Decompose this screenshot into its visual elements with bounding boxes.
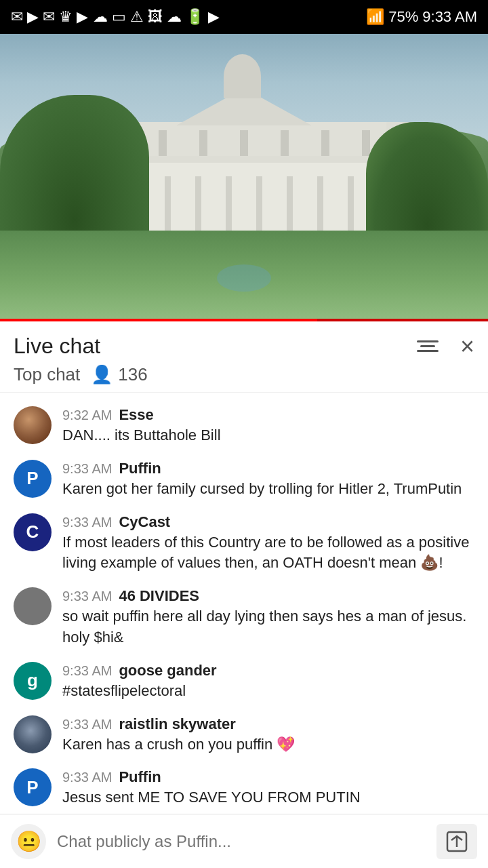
- message-text-6: Karen has a crush on you puffin 💖: [62, 734, 474, 755]
- message-author-4: 46 DIVIDES: [119, 587, 199, 605]
- fountain: [217, 264, 271, 292]
- send-button[interactable]: [436, 824, 477, 859]
- chat-message-6: 9:33 AM raistlin skywater Karen has a cr…: [0, 709, 488, 762]
- filter-line-1: [417, 340, 439, 342]
- chat-header: Live chat × Top chat 👤 136: [0, 321, 488, 393]
- message-text-5: #statesflipelectoral: [62, 681, 474, 702]
- chat-message-7: P 9:33 AM Puffin Jesus sent ME TO SAVE Y…: [0, 762, 488, 815]
- message-text-3: If most leaders of this Country are to b…: [62, 532, 474, 574]
- chat-message-4: 9:33 AM 46 DIVIDES so wait puffin here a…: [0, 580, 488, 655]
- message-meta-1: 9:32 AM Esse: [62, 406, 474, 424]
- message-content-5: 9:33 AM goose gander #statesflipelectora…: [62, 662, 474, 702]
- message-meta-3: 9:33 AM CyCast: [62, 513, 474, 531]
- avatar-puffin-1: P: [14, 460, 52, 498]
- message-text-2: Karen got her family cursed by trolling …: [62, 479, 474, 500]
- message-content-2: 9:33 AM Puffin Karen got her family curs…: [62, 460, 474, 500]
- message-text-7: Jesus sent ME TO SAVE YOU FROM PUTIN: [62, 787, 474, 808]
- message-time-6: 9:33 AM: [62, 717, 112, 732]
- chat-message-3: C 9:33 AM CyCast If most leaders of this…: [0, 507, 488, 581]
- message-author-7: Puffin: [119, 768, 161, 786]
- video-progress-bar[interactable]: [0, 319, 488, 321]
- filter-line-3: [417, 350, 439, 352]
- chat-text-input[interactable]: [57, 832, 426, 851]
- chat-input-bar: 😐: [0, 814, 488, 868]
- progress-fill: [0, 319, 317, 321]
- message-meta-4: 9:33 AM 46 DIVIDES: [62, 587, 474, 605]
- message-text-4: so wait puffin here all day lying then s…: [62, 606, 474, 648]
- avatar-goose: g: [14, 662, 52, 700]
- message-author-6: raistlin skywater: [119, 715, 235, 733]
- viewer-icon: 👤: [91, 364, 113, 385]
- viewer-count-container: 👤 136: [91, 364, 147, 385]
- avatar-raistlin: [14, 715, 52, 753]
- emoji-button[interactable]: 😐: [11, 824, 46, 859]
- video-thumbnail: [0, 34, 488, 319]
- message-content-4: 9:33 AM 46 DIVIDES so wait puffin here a…: [62, 587, 474, 648]
- message-meta-5: 9:33 AM goose gander: [62, 662, 474, 679]
- message-content-1: 9:32 AM Esse DAN.... its Buttahole Bill: [62, 406, 474, 446]
- message-content-7: 9:33 AM Puffin Jesus sent ME TO SAVE YOU…: [62, 768, 474, 808]
- chat-sub-header: Top chat 👤 136: [14, 364, 474, 385]
- avatar-puffin-2: P: [14, 768, 52, 806]
- avatar-esse: [14, 406, 52, 444]
- clock: 9:33 AM: [422, 8, 477, 26]
- message-meta-6: 9:33 AM raistlin skywater: [62, 715, 474, 733]
- wifi-icon: 📶: [366, 8, 384, 26]
- message-time-3: 9:33 AM: [62, 515, 112, 530]
- chat-messages-list: 9:32 AM Esse DAN.... its Buttahole Bill …: [0, 393, 488, 868]
- message-time-5: 9:33 AM: [62, 663, 112, 679]
- chat-message-5: g 9:33 AM goose gander #statesflipelecto…: [0, 655, 488, 709]
- emoji-icon: 😐: [16, 829, 41, 853]
- message-meta-7: 9:33 AM Puffin: [62, 768, 474, 786]
- message-author-5: goose gander: [119, 662, 216, 679]
- message-content-6: 9:33 AM raistlin skywater Karen has a cr…: [62, 715, 474, 755]
- live-chat-title: Live chat: [14, 334, 100, 359]
- status-bar-left: ✉ ▶ ✉ ♛ ▶ ☁ ▭ ⚠ 🖼 ☁ 🔋 ▶: [11, 8, 220, 26]
- chat-message-1: 9:32 AM Esse DAN.... its Buttahole Bill: [0, 399, 488, 453]
- message-time-7: 9:33 AM: [62, 770, 112, 785]
- message-meta-2: 9:33 AM Puffin: [62, 460, 474, 477]
- viewer-count-number: 136: [118, 364, 147, 385]
- message-time-4: 9:33 AM: [62, 589, 112, 604]
- chat-header-top: Live chat ×: [14, 334, 474, 359]
- wh-dome: [224, 54, 261, 98]
- message-time-2: 9:33 AM: [62, 461, 112, 477]
- chat-message-2: P 9:33 AM Puffin Karen got her family cu…: [0, 453, 488, 507]
- send-icon: [446, 831, 468, 852]
- battery-level: 75%: [388, 8, 418, 26]
- status-bar: ✉ ▶ ✉ ♛ ▶ ☁ ▭ ⚠ 🖼 ☁ 🔋 ▶ 📶 75% 9:33 AM: [0, 0, 488, 34]
- message-author-1: Esse: [119, 406, 153, 424]
- filter-button[interactable]: [417, 334, 444, 359]
- message-text-1: DAN.... its Buttahole Bill: [62, 425, 474, 446]
- message-content-3: 9:33 AM CyCast If most leaders of this C…: [62, 513, 474, 574]
- message-author-2: Puffin: [119, 460, 161, 477]
- video-player[interactable]: [0, 34, 488, 319]
- top-chat-label: Top chat: [14, 364, 80, 385]
- chat-header-icons: ×: [417, 334, 474, 359]
- filter-line-2: [420, 345, 435, 347]
- close-button[interactable]: ×: [460, 334, 474, 359]
- tree-left: [0, 95, 149, 251]
- avatar-cycast: C: [14, 513, 52, 551]
- avatar-46divides: [14, 587, 52, 625]
- status-bar-right: 📶 75% 9:33 AM: [366, 8, 477, 26]
- message-time-1: 9:32 AM: [62, 408, 112, 423]
- notification-icons: ✉ ▶ ✉ ♛ ▶ ☁ ▭ ⚠ 🖼 ☁ 🔋 ▶: [11, 8, 220, 26]
- message-author-3: CyCast: [119, 513, 170, 531]
